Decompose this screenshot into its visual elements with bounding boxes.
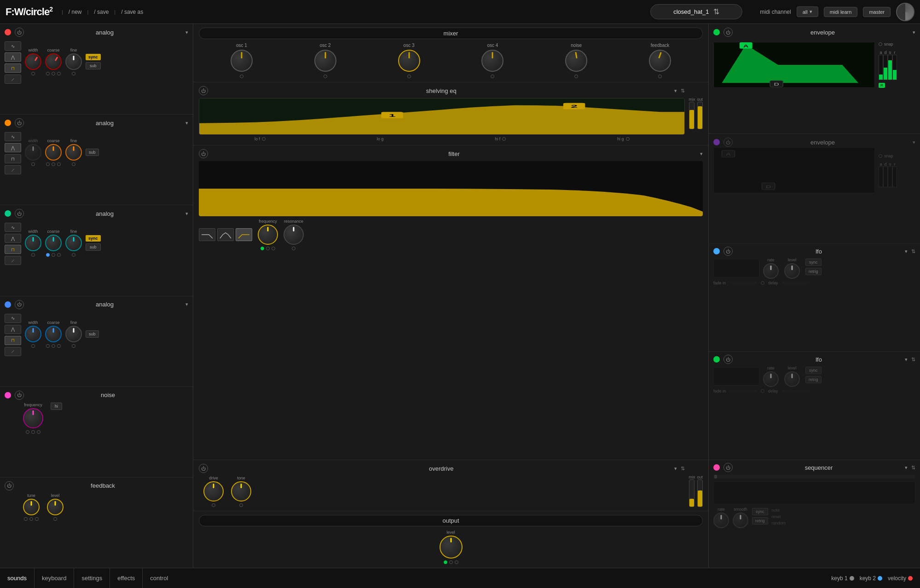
lfo2-level-knob[interactable] [784, 371, 800, 387]
nav-settings[interactable]: settings [74, 568, 110, 588]
overdrive-tone-dot[interactable] [239, 503, 243, 507]
osc1-power-btn[interactable]: ⏻ [15, 28, 24, 37]
osc1-width-knob[interactable] [25, 53, 41, 70]
overdrive-drive-dot[interactable] [212, 503, 215, 507]
shelving-hif-dot[interactable] [502, 137, 506, 141]
osc4-coarse-dot2[interactable] [52, 344, 55, 348]
seq-retrig-btn[interactable]: retrig [752, 517, 768, 525]
shelving-eq-display[interactable]: 1 2 [199, 98, 685, 135]
osc2-coarse-knob[interactable] [45, 144, 62, 161]
mixer-osc1-knob[interactable] [231, 50, 253, 72]
osc1-width-dot[interactable] [31, 72, 35, 75]
osc1-coarse-dot2[interactable] [52, 72, 55, 75]
filter-freq-dot2[interactable] [266, 247, 270, 250]
osc1-coarse-knob[interactable] [45, 53, 62, 70]
osc1-coarse-dot1[interactable] [46, 72, 50, 75]
lfo2-fadein-dot[interactable] [761, 389, 764, 393]
osc1-wave-square[interactable]: ⊓ [5, 63, 21, 73]
mixer-feedback-knob[interactable] [649, 50, 671, 72]
env2-s-slider[interactable] [888, 167, 892, 187]
seq-smooth-knob[interactable] [733, 513, 748, 528]
osc2-width-dot[interactable] [31, 162, 35, 166]
overdrive-expand-icon[interactable]: ⇅ [681, 466, 685, 472]
shelving-mix-slider[interactable] [689, 102, 694, 129]
lfo2-power-btn[interactable]: ⏻ [723, 355, 733, 364]
osc3-wave-sine[interactable]: ∿ [5, 223, 21, 232]
env1-snap-dot[interactable] [879, 42, 882, 46]
seq-rate-knob[interactable] [713, 513, 729, 528]
feedback-tune-dot2[interactable] [29, 517, 33, 521]
env2-power-btn[interactable]: ⏻ [723, 138, 733, 147]
osc1-fine-dot[interactable] [72, 72, 75, 75]
seq-power-btn[interactable]: ⏻ [723, 463, 733, 472]
overdrive-out-slider[interactable] [697, 479, 703, 507]
lfo2-sync-btn[interactable]: sync [805, 367, 822, 374]
mixer-feedback-dot[interactable] [658, 75, 662, 78]
env2-snap-dot[interactable] [879, 154, 882, 158]
nav-new[interactable]: / new [69, 9, 82, 15]
seq-bar[interactable] [713, 475, 915, 478]
osc3-sub-btn[interactable]: sub [86, 243, 101, 251]
osc3-fine-dot[interactable] [72, 253, 75, 257]
osc1-wave-sine[interactable]: ∿ [5, 41, 21, 51]
mixer-noise-dot[interactable] [574, 75, 578, 78]
filter-chevron-icon[interactable]: ▾ [700, 151, 703, 157]
lfo1-fadein-slider[interactable] [729, 282, 757, 284]
master-knob[interactable] [896, 3, 914, 21]
osc4-coarse-dot1[interactable] [46, 344, 50, 348]
nav-save[interactable]: / save [94, 9, 109, 15]
osc2-chevron-icon[interactable]: ▾ [185, 120, 188, 126]
osc2-coarse-dot1[interactable] [46, 162, 50, 166]
env1-d-slider[interactable] [883, 55, 888, 80]
master-btn[interactable]: master [863, 7, 891, 17]
mixer-osc4-knob[interactable] [481, 50, 503, 72]
osc2-wave-saw[interactable]: ⟋ [5, 165, 21, 174]
filter-type-bp[interactable] [217, 228, 234, 241]
noise-hi-btn[interactable]: hi [51, 403, 62, 410]
mixer-osc4-dot[interactable] [491, 75, 494, 78]
osc2-wave-sine[interactable]: ∿ [5, 132, 21, 141]
seq-steps-display[interactable] [713, 481, 915, 504]
osc4-wave-saw[interactable]: ⟋ [5, 347, 21, 356]
preset-arrows[interactable]: ⇅ [713, 7, 719, 16]
feedback-power-btn[interactable]: ⏻ [5, 481, 14, 490]
noise-dot1[interactable] [26, 430, 29, 434]
mixer-osc1-dot[interactable] [240, 75, 243, 78]
output-level-dot2[interactable] [449, 560, 453, 564]
mixer-osc3-knob[interactable] [398, 50, 420, 72]
feedback-tune-knob[interactable] [23, 499, 40, 515]
osc2-fine-dot[interactable] [72, 162, 75, 166]
env1-a-slider[interactable] [879, 55, 883, 80]
osc4-width-knob[interactable] [25, 326, 41, 342]
env1-chevron-icon[interactable]: ▾ [913, 29, 915, 35]
overdrive-tone-knob[interactable] [231, 481, 251, 502]
midi-learn-btn[interactable]: midi learn [824, 7, 858, 17]
osc4-sub-btn[interactable]: sub [86, 330, 99, 338]
env2-d-slider[interactable] [883, 167, 888, 187]
osc4-chevron-icon[interactable]: ▾ [185, 301, 188, 307]
osc4-coarse-dot3[interactable] [57, 344, 61, 348]
osc3-wave-saw[interactable]: ⟋ [5, 256, 21, 265]
osc3-fine-knob[interactable] [65, 235, 82, 251]
shelving-expand-icon[interactable]: ⇅ [681, 88, 685, 94]
osc3-width-knob[interactable] [25, 235, 41, 251]
shelving-hig-dot[interactable] [626, 137, 630, 141]
shelving-out-slider[interactable] [697, 102, 703, 129]
lfo1-level-knob[interactable] [784, 263, 800, 279]
osc3-coarse-knob[interactable] [45, 235, 62, 251]
output-level-dot3[interactable] [455, 560, 458, 564]
osc1-sub-btn[interactable]: sub [86, 62, 101, 69]
osc4-wave-sine[interactable]: ∿ [5, 314, 21, 323]
osc3-width-dot[interactable] [31, 253, 35, 257]
nav-effects[interactable]: effects [110, 568, 143, 588]
seq-expand-icon[interactable]: ⇅ [911, 465, 915, 471]
mixer-osc2-dot[interactable] [324, 75, 327, 78]
filter-power-btn[interactable]: ⏻ [199, 149, 208, 158]
osc2-power-btn[interactable]: ⏻ [15, 118, 24, 127]
nav-keyboard[interactable]: keyboard [35, 568, 74, 588]
osc1-fine-knob[interactable] [65, 53, 82, 70]
env1-power-btn[interactable]: ⏻ [723, 28, 733, 37]
filter-freq-knob[interactable] [258, 225, 278, 245]
shelving-power-btn[interactable]: ⏻ [199, 86, 208, 95]
lfo2-delay-slider[interactable] [782, 390, 810, 392]
